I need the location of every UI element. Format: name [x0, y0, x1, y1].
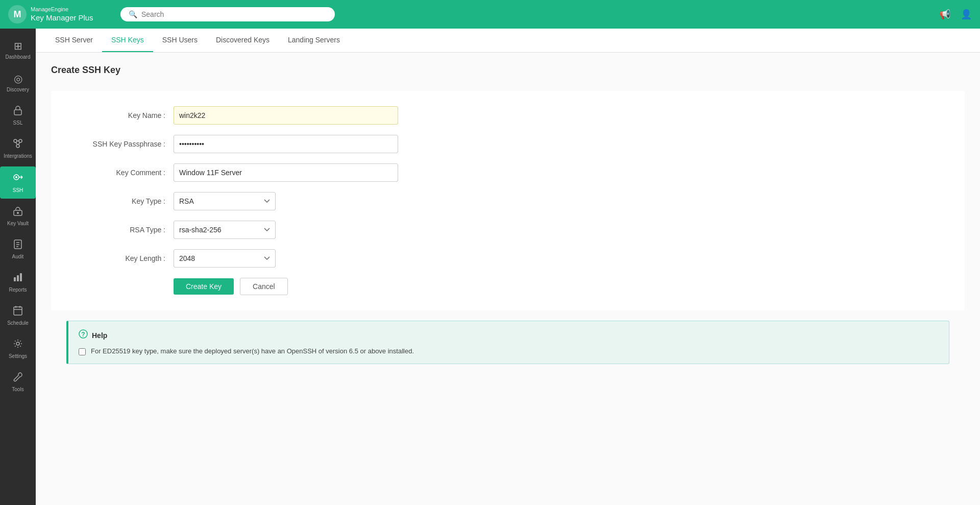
sidebar-item-settings[interactable]: Settings [0, 333, 36, 365]
help-checkbox[interactable] [79, 348, 86, 355]
sidebar-label-discovery: Discovery [7, 87, 29, 93]
tab-ssh-server[interactable]: SSH Server [46, 29, 102, 52]
key-length-select[interactable]: 1024 2048 4096 [174, 249, 276, 268]
form-row-comment: Key Comment : [71, 163, 944, 182]
rsa-type-label: RSA Type : [71, 226, 174, 234]
integrations-icon [13, 138, 23, 151]
tab-ssh-keys[interactable]: SSH Keys [102, 29, 153, 52]
content-area: SSH Server SSH Keys SSH Users Discovered… [36, 29, 980, 505]
sidebar-label-schedule: Schedule [7, 320, 29, 326]
logo-icon: M [8, 5, 27, 23]
sidebar-item-tools[interactable]: Tools [0, 367, 36, 398]
form-row-passphrase: SSH Key Passphrase : [71, 135, 944, 153]
dashboard-icon: ⊞ [14, 40, 22, 52]
discovery-icon: ◎ [14, 73, 22, 85]
svg-point-10 [15, 176, 17, 178]
sidebar-item-reports[interactable]: Reports [0, 267, 36, 298]
ssh-icon [12, 172, 23, 185]
help-note: For ED25519 key type, make sure the depl… [91, 347, 414, 355]
sidebar-label-reports: Reports [9, 287, 27, 293]
sidebar-item-ssl[interactable]: SSL [0, 100, 36, 131]
tab-discovered-keys[interactable]: Discovered Keys [207, 29, 279, 52]
sidebar-label-audit: Audit [12, 254, 24, 260]
sidebar-label-settings: Settings [9, 353, 27, 359]
svg-rect-23 [14, 307, 22, 315]
keyvault-icon [13, 206, 23, 219]
help-icon: ? [79, 329, 88, 341]
main-layout: ⊞ Dashboard ◎ Discovery SSL [0, 29, 980, 505]
help-section: ? Help For ED25519 key type, make sure t… [66, 321, 949, 364]
svg-line-8 [18, 142, 20, 145]
header: M ManageEngine Key Manager Plus 🔍 📢 👤 [0, 0, 980, 29]
sidebar-item-audit[interactable]: Audit [0, 234, 36, 265]
svg-text:M: M [14, 9, 21, 19]
svg-point-5 [16, 145, 19, 148]
header-right: 📢 👤 [939, 9, 972, 20]
tabs-bar: SSH Server SSH Keys SSH Users Discovered… [36, 29, 980, 53]
help-header: ? Help [79, 329, 939, 341]
page-title: Create SSH Key [51, 65, 965, 76]
logo-area: M ManageEngine Key Manager Plus [8, 5, 120, 23]
svg-rect-2 [14, 110, 21, 115]
settings-icon [13, 339, 23, 351]
tab-ssh-users[interactable]: SSH Users [153, 29, 207, 52]
search-bar[interactable]: 🔍 [120, 7, 335, 21]
svg-rect-20 [14, 277, 16, 281]
form-container: Create SSH Key Key Name : SSH Key Passph… [36, 53, 980, 505]
search-icon: 🔍 [129, 10, 137, 18]
sidebar-item-dashboard[interactable]: ⊞ Dashboard [0, 35, 36, 65]
sidebar-label-dashboard: Dashboard [6, 54, 31, 60]
sidebar-label-keyvault: Key Vault [7, 221, 29, 227]
key-length-label: Key Length : [71, 254, 174, 262]
svg-point-3 [14, 139, 17, 142]
form-row-key-type: Key Type : RSA DSA ECDSA ED25519 [71, 192, 944, 210]
logo-text: ManageEngine Key Manager Plus [31, 6, 93, 22]
help-title: Help [92, 331, 107, 340]
svg-rect-22 [20, 273, 22, 281]
ssl-icon [13, 105, 23, 118]
brand-name: ManageEngine [31, 6, 93, 13]
sidebar-item-schedule[interactable]: Schedule [0, 300, 36, 331]
sidebar: ⊞ Dashboard ◎ Discovery SSL [0, 29, 36, 505]
passphrase-input[interactable] [174, 135, 398, 153]
user-icon[interactable]: 👤 [961, 9, 972, 20]
sidebar-item-discovery[interactable]: ◎ Discovery [0, 67, 36, 98]
sidebar-label-ssl: SSL [13, 120, 23, 126]
notification-icon[interactable]: 📢 [939, 9, 950, 20]
help-item: For ED25519 key type, make sure the depl… [79, 347, 939, 355]
form-row-key-name: Key Name : [71, 106, 944, 125]
reports-icon [13, 272, 23, 285]
audit-icon [13, 239, 23, 252]
sidebar-label-tools: Tools [12, 387, 23, 393]
product-name: Key Manager Plus [31, 13, 93, 22]
svg-text:?: ? [81, 331, 85, 338]
cancel-button[interactable]: Cancel [240, 278, 288, 295]
sidebar-label-integrations: Intergrations [4, 153, 32, 159]
form-row-key-length: Key Length : 1024 2048 4096 [71, 249, 944, 268]
tools-icon [13, 372, 23, 384]
sidebar-item-integrations[interactable]: Intergrations [0, 133, 36, 164]
create-key-button[interactable]: Create Key [174, 278, 234, 295]
key-type-label: Key Type : [71, 197, 174, 205]
svg-point-27 [16, 342, 19, 345]
form-inner: Key Name : SSH Key Passphrase : Key Comm… [51, 91, 965, 310]
svg-rect-21 [17, 275, 19, 281]
svg-line-7 [16, 142, 17, 145]
svg-point-4 [19, 139, 22, 142]
sidebar-item-ssh[interactable]: SSH [0, 166, 36, 199]
tab-landing-servers[interactable]: Landing Servers [279, 29, 349, 52]
key-name-label: Key Name : [71, 111, 174, 119]
comment-input[interactable] [174, 163, 398, 182]
svg-point-15 [17, 212, 19, 214]
schedule-icon [13, 305, 23, 318]
search-input[interactable] [141, 10, 327, 18]
form-buttons: Create Key Cancel [71, 278, 944, 295]
key-name-input[interactable] [174, 106, 398, 125]
form-row-rsa-type: RSA Type : rsa-sha2-256 rsa-sha2-512 ssh… [71, 221, 944, 239]
key-type-select[interactable]: RSA DSA ECDSA ED25519 [174, 192, 276, 210]
passphrase-label: SSH Key Passphrase : [71, 140, 174, 148]
sidebar-label-ssh: SSH [13, 187, 23, 194]
sidebar-item-keyvault[interactable]: Key Vault [0, 201, 36, 232]
comment-label: Key Comment : [71, 169, 174, 177]
rsa-type-select[interactable]: rsa-sha2-256 rsa-sha2-512 ssh-rsa [174, 221, 276, 239]
